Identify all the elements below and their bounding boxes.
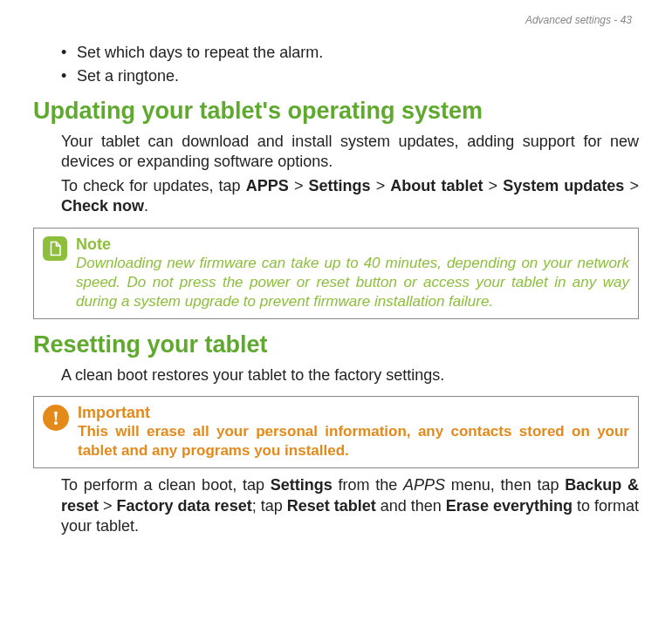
bold-reset-tablet: Reset tablet <box>287 497 376 515</box>
bold-settings: Settings <box>271 476 333 494</box>
para-update-intro: Your tablet can download and install sys… <box>61 132 639 173</box>
bullet-text: Set which days to repeat the alarm. <box>77 44 323 61</box>
bold-erase-everything: Erase everything <box>446 497 573 515</box>
text-fragment: > <box>371 177 391 194</box>
text-fragment: ; tap <box>252 497 287 515</box>
bold-check-now: Check now <box>61 197 144 215</box>
important-icon: ! <box>43 405 69 431</box>
bold-system-updates: System updates <box>503 177 624 194</box>
text-fragment: from the <box>333 476 403 494</box>
heading-resetting: Resetting your tablet <box>33 331 639 358</box>
note-title: Note <box>76 235 629 254</box>
text-fragment: > <box>289 177 309 194</box>
italic-apps: APPS <box>403 476 445 494</box>
bold-settings: Settings <box>309 177 371 194</box>
important-callout: ! Important This will erase all your per… <box>33 396 639 468</box>
important-title: Important <box>78 404 629 422</box>
bold-factory-data-reset: Factory data reset <box>117 497 252 515</box>
text-fragment: and then <box>376 497 446 515</box>
bold-apps: APPS <box>246 177 289 194</box>
bullet-text: Set a ringtone. <box>77 67 179 85</box>
text-fragment: To check for updates, tap <box>61 177 246 194</box>
text-fragment: > <box>99 497 117 515</box>
bullet-item: •Set a ringtone. <box>61 67 639 85</box>
page-content: •Set which days to repeat the alarm. •Se… <box>33 16 639 537</box>
note-callout: Note Downloading new firmware can take u… <box>33 228 639 319</box>
para-clean-boot: To perform a clean boot, tap Settings fr… <box>61 475 639 536</box>
note-text: Downloading new firmware can take up to … <box>76 254 629 311</box>
text-fragment: > <box>624 177 639 194</box>
bullet-dot: • <box>61 44 77 62</box>
para-update-path: To check for updates, tap APPS > Setting… <box>61 176 639 217</box>
text-fragment: > <box>483 177 503 194</box>
note-icon <box>43 236 67 261</box>
text-fragment: To perform a clean boot, tap <box>61 476 271 494</box>
text-fragment: . <box>144 197 148 215</box>
para-reset-intro: A clean boot restores your tablet to the… <box>61 365 639 385</box>
bullet-dot: • <box>61 67 77 85</box>
bullet-list: •Set which days to repeat the alarm. •Se… <box>61 44 639 85</box>
bullet-item: •Set which days to repeat the alarm. <box>61 44 639 62</box>
important-text: This will erase all your personal inform… <box>78 422 629 460</box>
running-header: Advanced settings - 43 <box>525 14 632 26</box>
heading-updating: Updating your tablet's operating system <box>33 98 639 125</box>
bold-about-tablet: About tablet <box>390 177 483 194</box>
text-fragment: menu, then tap <box>445 476 565 494</box>
